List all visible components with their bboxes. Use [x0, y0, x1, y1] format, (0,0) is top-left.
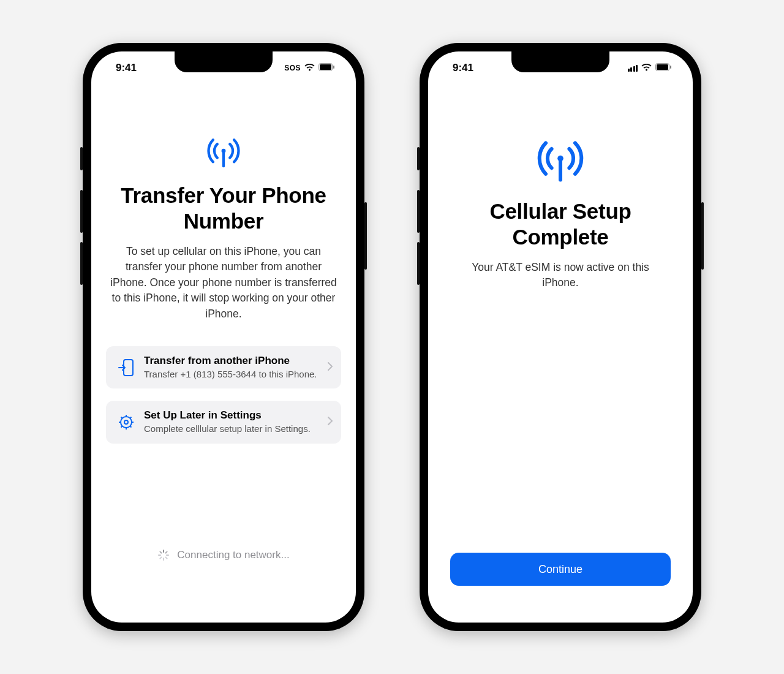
option-title: Set Up Later in Settings: [144, 409, 324, 422]
svg-line-19: [166, 558, 167, 559]
status-right: SOS: [284, 62, 335, 74]
transfer-from-iphone-option[interactable]: Transfer from another iPhone Transfer +1…: [106, 346, 341, 389]
spinner-icon: [157, 549, 170, 561]
transfer-icon: [115, 358, 138, 377]
battery-icon: [318, 62, 335, 74]
cellular-antenna-icon: [197, 134, 251, 170]
svg-rect-26: [670, 66, 671, 69]
status-time: 9:41: [453, 62, 473, 74]
notch: [511, 51, 609, 72]
phone-frame-left: 9:41 SOS: [83, 43, 364, 631]
side-button: [417, 242, 420, 285]
page-description: Your AT&T eSIM is now active on this iPh…: [443, 260, 678, 291]
connecting-label: Connecting to network...: [177, 549, 289, 561]
svg-rect-1: [320, 64, 331, 70]
svg-line-13: [130, 426, 131, 428]
svg-point-6: [121, 417, 132, 428]
side-button: [80, 242, 83, 285]
option-text: Set Up Later in Settings Complete celllu…: [144, 409, 324, 435]
notch: [175, 51, 273, 72]
svg-line-14: [121, 426, 123, 428]
option-title: Transfer from another iPhone: [144, 355, 324, 367]
battery-icon: [655, 62, 672, 74]
svg-line-17: [166, 551, 167, 553]
wifi-icon: [304, 62, 315, 74]
side-button: [364, 202, 367, 270]
status-right: [628, 62, 673, 74]
svg-line-15: [130, 417, 131, 418]
svg-point-7: [124, 420, 128, 424]
option-subtitle: Transfer +1 (813) 555-3644 to this iPhon…: [144, 368, 324, 381]
cellular-signal-icon: [628, 65, 638, 72]
screen-setup-complete: 9:41: [428, 51, 693, 623]
svg-rect-25: [657, 64, 668, 70]
option-text: Transfer from another iPhone Transfer +1…: [144, 355, 324, 381]
side-button: [417, 190, 420, 233]
connecting-status: Connecting to network...: [106, 549, 341, 561]
sos-indicator: SOS: [284, 64, 301, 72]
side-button: [701, 202, 704, 270]
chevron-right-icon: [328, 362, 333, 373]
cellular-antenna-icon: [524, 134, 597, 186]
svg-line-23: [160, 551, 162, 553]
page-title: Cellular Setup Complete: [443, 199, 678, 250]
side-button: [417, 147, 420, 170]
continue-button[interactable]: Continue: [450, 553, 671, 586]
svg-rect-2: [333, 66, 334, 69]
wifi-icon: [641, 62, 652, 74]
option-subtitle: Complete celllular setup later in Settin…: [144, 423, 324, 435]
setup-later-option[interactable]: Set Up Later in Settings Complete celllu…: [106, 401, 341, 444]
page-description: To set up cellular on this iPhone, you c…: [106, 244, 341, 322]
side-button: [80, 147, 83, 170]
status-time: 9:41: [116, 62, 137, 74]
content-area: Transfer Your Phone Number To set up cel…: [91, 85, 356, 623]
chevron-right-icon: [328, 417, 333, 428]
svg-line-12: [121, 417, 123, 418]
phone-frame-right: 9:41: [420, 43, 701, 631]
content-area: Cellular Setup Complete Your AT&T eSIM i…: [428, 85, 693, 623]
gear-icon: [115, 414, 138, 430]
screen-transfer-number: 9:41 SOS: [91, 51, 356, 623]
page-title: Transfer Your Phone Number: [106, 183, 341, 234]
side-button: [80, 190, 83, 233]
svg-line-21: [160, 558, 162, 559]
